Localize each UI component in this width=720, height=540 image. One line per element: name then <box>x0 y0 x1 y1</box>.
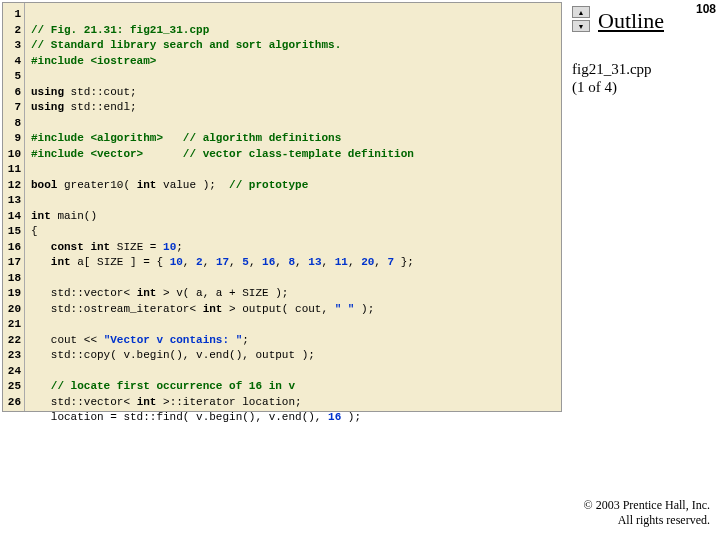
line-number: 6 <box>3 85 21 101</box>
code-text: >::iterator location; <box>156 396 301 408</box>
code-literal: 13 <box>308 256 321 268</box>
code-preproc: #include <iostream> <box>31 55 156 67</box>
code-text: ; <box>176 241 183 253</box>
code-text: std::endl; <box>64 101 137 113</box>
code-literal: 16 <box>262 256 275 268</box>
code-keyword: using <box>31 101 64 113</box>
code-text: , <box>275 256 288 268</box>
code-keyword: int <box>31 210 51 222</box>
code-preproc: #include <algorithm> <box>31 132 163 144</box>
code-text: main() <box>51 210 97 222</box>
line-number: 25 <box>3 379 21 395</box>
code-text: std::ostream_iterator< <box>31 303 203 315</box>
code-text: std::vector< <box>31 287 137 299</box>
code-keyword: int <box>137 179 157 191</box>
line-number: 3 <box>3 38 21 54</box>
code-text: , <box>374 256 387 268</box>
nav-buttons: ▲ ▼ <box>572 6 588 34</box>
line-number: 20 <box>3 302 21 318</box>
code-text: ); <box>354 303 374 315</box>
line-number: 14 <box>3 209 21 225</box>
code-text <box>31 380 51 392</box>
outline-link[interactable]: Outline <box>598 8 664 34</box>
code-text: std::copy( v.begin(), v.end(), output ); <box>31 349 315 361</box>
line-number: 16 <box>3 240 21 256</box>
code-text: ; <box>242 334 249 346</box>
code-text: { <box>31 225 38 237</box>
code-string: "Vector v contains: " <box>104 334 243 346</box>
line-number: 2 <box>3 23 21 39</box>
line-number: 5 <box>3 69 21 85</box>
code-text <box>31 256 51 268</box>
line-number: 7 <box>3 100 21 116</box>
code-literal: 10 <box>163 241 176 253</box>
code-area: // Fig. 21.31: fig21_31.cpp // Standard … <box>25 3 561 411</box>
code-keyword: int <box>137 287 157 299</box>
line-number: 19 <box>3 286 21 302</box>
code-string: " " <box>335 303 355 315</box>
code-panel: 1 2 3 4 5 6 7 8 9 10 11 12 13 14 15 16 1… <box>2 2 562 412</box>
line-number: 11 <box>3 162 21 178</box>
code-literal: 11 <box>335 256 348 268</box>
code-comment: // algorithm definitions <box>163 132 341 144</box>
code-text: , <box>229 256 242 268</box>
code-text: , <box>295 256 308 268</box>
copyright-line: All rights reserved. <box>584 513 710 528</box>
line-number: 23 <box>3 348 21 364</box>
code-text: a[ SIZE ] = { <box>71 256 170 268</box>
code-text: , <box>183 256 196 268</box>
page-number: 108 <box>696 2 716 16</box>
nav-up-button[interactable]: ▲ <box>572 6 590 18</box>
line-number: 1 <box>3 7 21 23</box>
code-comment: // prototype <box>229 179 308 191</box>
line-number: 15 <box>3 224 21 240</box>
code-text: ); <box>341 411 361 423</box>
line-number: 18 <box>3 271 21 287</box>
line-number: 21 <box>3 317 21 333</box>
line-number: 26 <box>3 395 21 411</box>
code-text: , <box>249 256 262 268</box>
copyright-line: © 2003 Prentice Hall, Inc. <box>584 498 710 513</box>
code-keyword: int <box>203 303 223 315</box>
code-text: , <box>348 256 361 268</box>
code-text: > output( cout, <box>222 303 334 315</box>
line-number: 4 <box>3 54 21 70</box>
code-literal: 16 <box>328 411 341 423</box>
code-text <box>31 241 51 253</box>
code-text: , <box>203 256 216 268</box>
line-number: 9 <box>3 131 21 147</box>
file-label-part: (1 of 4) <box>572 78 652 96</box>
code-comment: // Standard library search and sort algo… <box>31 39 341 51</box>
code-text: std::cout; <box>64 86 137 98</box>
code-keyword: const int <box>51 241 110 253</box>
line-number: 10 <box>3 147 21 163</box>
code-comment: // locate first occurrence of 16 in v <box>51 380 295 392</box>
code-literal: 17 <box>216 256 229 268</box>
code-keyword: using <box>31 86 64 98</box>
code-literal: 5 <box>242 256 249 268</box>
nav-down-button[interactable]: ▼ <box>572 20 590 32</box>
code-text: greater10( <box>57 179 136 191</box>
code-comment: // Fig. 21.31: fig21_31.cpp <box>31 24 209 36</box>
line-number: 22 <box>3 333 21 349</box>
line-number: 13 <box>3 193 21 209</box>
code-preproc: #include <vector> <box>31 148 143 160</box>
code-text: value ); <box>156 179 229 191</box>
line-number: 17 <box>3 255 21 271</box>
code-literal: 2 <box>196 256 203 268</box>
sidebar: ▲ ▼ Outline 108 fig21_31.cpp (1 of 4) <box>564 0 720 540</box>
copyright-text: © 2003 Prentice Hall, Inc. All rights re… <box>584 498 710 528</box>
file-label-name: fig21_31.cpp <box>572 60 652 78</box>
code-keyword: int <box>51 256 71 268</box>
code-text: cout << <box>31 334 104 346</box>
code-text: }; <box>394 256 414 268</box>
code-keyword: bool <box>31 179 57 191</box>
line-number: 12 <box>3 178 21 194</box>
line-number: 24 <box>3 364 21 380</box>
code-keyword: int <box>137 396 157 408</box>
file-label: fig21_31.cpp (1 of 4) <box>572 60 652 96</box>
code-literal: 20 <box>361 256 374 268</box>
code-text: SIZE = <box>110 241 163 253</box>
code-comment: // vector class-template definition <box>143 148 414 160</box>
code-literal: 10 <box>170 256 183 268</box>
